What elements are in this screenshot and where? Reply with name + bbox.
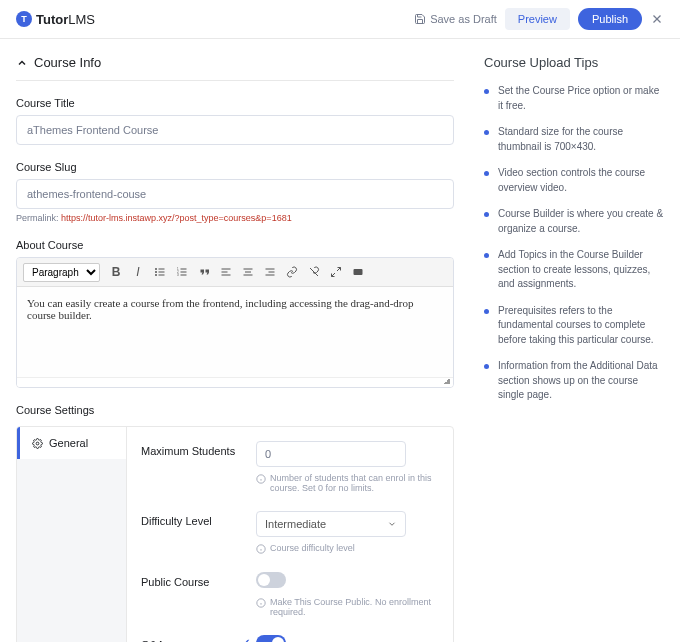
- svg-point-6: [155, 274, 157, 276]
- link-icon: [286, 266, 298, 278]
- rich-editor: Paragraph B I 123 You can easily create …: [16, 257, 454, 388]
- gear-icon: [32, 438, 43, 449]
- italic-button[interactable]: I: [128, 262, 148, 282]
- svg-rect-26: [354, 269, 363, 275]
- max-students-label: Maximum Students: [141, 441, 256, 493]
- shortcode-icon: [352, 266, 364, 278]
- svg-text:3: 3: [177, 273, 179, 277]
- section-title: Course Info: [34, 55, 101, 70]
- blockquote-button[interactable]: [194, 262, 214, 282]
- settings-content: Maximum Students Number of students that…: [127, 427, 453, 642]
- tip-item: Set the Course Price option or make it f…: [484, 84, 664, 113]
- svg-line-24: [337, 268, 341, 272]
- tip-item: Prerequisites refers to the fundamental …: [484, 304, 664, 348]
- topbar-actions: Save as Draft Preview Publish: [414, 8, 664, 30]
- align-center-icon: [242, 266, 254, 278]
- fullscreen-button[interactable]: [326, 262, 346, 282]
- format-select[interactable]: Paragraph: [23, 263, 100, 282]
- info-icon: [256, 474, 266, 484]
- max-students-input[interactable]: [256, 441, 406, 467]
- difficulty-help: Course difficulty level: [256, 543, 439, 554]
- unlink-icon: [308, 266, 320, 278]
- info-icon: [256, 544, 266, 554]
- save-icon: [414, 13, 426, 25]
- editor-body[interactable]: You can easily create a course from the …: [17, 287, 453, 377]
- brand-icon: T: [16, 11, 32, 27]
- tips-sidebar: Course Upload Tips Set the Course Price …: [484, 55, 664, 642]
- align-center-button[interactable]: [238, 262, 258, 282]
- course-title-label: Course Title: [16, 97, 454, 109]
- settings-tab-general[interactable]: General: [17, 427, 126, 459]
- max-students-help: Number of students that can enrol in thi…: [256, 473, 439, 493]
- settings-tab-general-label: General: [49, 437, 88, 449]
- svg-rect-5: [159, 272, 165, 273]
- brand-text: TutorLMS: [36, 12, 95, 27]
- align-right-button[interactable]: [260, 262, 280, 282]
- tip-item: Course Builder is where you create & org…: [484, 207, 664, 236]
- course-slug-input[interactable]: [16, 179, 454, 209]
- svg-line-25: [332, 273, 336, 277]
- preview-button[interactable]: Preview: [505, 8, 570, 30]
- link-button[interactable]: [282, 262, 302, 282]
- editor-toolbar: Paragraph B I 123: [17, 258, 453, 287]
- svg-rect-10: [181, 275, 187, 276]
- difficulty-label: Difficulty Level: [141, 511, 256, 554]
- settings-body: General Maximum Students Number of stude…: [16, 426, 454, 642]
- course-slug-label: Course Slug: [16, 161, 454, 173]
- permalink-label: Permalink:: [16, 213, 59, 223]
- bulleted-list-button[interactable]: [150, 262, 170, 282]
- unlink-button[interactable]: [304, 262, 324, 282]
- align-right-icon: [264, 266, 276, 278]
- list-ol-icon: 123: [176, 266, 188, 278]
- editor-resize-handle[interactable]: [17, 377, 453, 387]
- main-form: Course Info Course Title Course Slug Per…: [16, 55, 454, 642]
- permalink-link[interactable]: https://tutor-lms.instawp.xyz/?post_type…: [61, 213, 292, 223]
- course-title-input[interactable]: [16, 115, 454, 145]
- tip-item: Information from the Additional Data sec…: [484, 359, 664, 403]
- check-icon: ✔: [242, 637, 250, 642]
- settings-nav: General: [17, 427, 127, 642]
- settings-title: Course Settings: [16, 404, 454, 416]
- permalink: Permalink: https://tutor-lms.instawp.xyz…: [16, 213, 454, 223]
- align-left-button[interactable]: [216, 262, 236, 282]
- tips-title: Course Upload Tips: [484, 55, 664, 70]
- top-bar: T TutorLMS Save as Draft Preview Publish: [0, 0, 680, 39]
- section-toggle[interactable]: Course Info: [16, 55, 454, 81]
- save-draft-button[interactable]: Save as Draft: [414, 13, 497, 25]
- brand: T TutorLMS: [16, 11, 95, 27]
- difficulty-value: Intermediate: [265, 518, 326, 530]
- qa-label: Q&A: [141, 635, 256, 642]
- numbered-list-button[interactable]: 123: [172, 262, 192, 282]
- svg-rect-3: [159, 269, 165, 270]
- align-left-icon: [220, 266, 232, 278]
- svg-point-4: [155, 271, 157, 273]
- bold-button[interactable]: B: [106, 262, 126, 282]
- save-draft-label: Save as Draft: [430, 13, 497, 25]
- info-icon: [256, 598, 266, 608]
- tip-item: Video section controls the course overvi…: [484, 166, 664, 195]
- public-course-toggle[interactable]: [256, 572, 286, 588]
- list-ul-icon: [154, 266, 166, 278]
- svg-rect-8: [181, 269, 187, 270]
- publish-button[interactable]: Publish: [578, 8, 642, 30]
- tip-item: Standard size for the course thumbnail i…: [484, 125, 664, 154]
- expand-icon: [330, 266, 342, 278]
- chevron-down-icon: [387, 519, 397, 529]
- tip-item: Add Topics in the Course Builder section…: [484, 248, 664, 292]
- chevron-up-icon: [16, 57, 28, 69]
- shortcode-button[interactable]: [348, 262, 368, 282]
- public-course-label: Public Course: [141, 572, 256, 617]
- svg-rect-9: [181, 272, 187, 273]
- svg-rect-7: [159, 275, 165, 276]
- about-label: About Course: [16, 239, 454, 251]
- difficulty-select[interactable]: Intermediate: [256, 511, 406, 537]
- svg-point-2: [155, 268, 157, 270]
- svg-point-27: [36, 442, 39, 445]
- tips-list: Set the Course Price option or make it f…: [484, 84, 664, 403]
- quote-icon: [198, 266, 210, 278]
- public-course-help: Make This Course Public. No enrollment r…: [256, 597, 439, 617]
- qa-toggle[interactable]: [256, 635, 286, 642]
- close-icon[interactable]: [650, 12, 664, 26]
